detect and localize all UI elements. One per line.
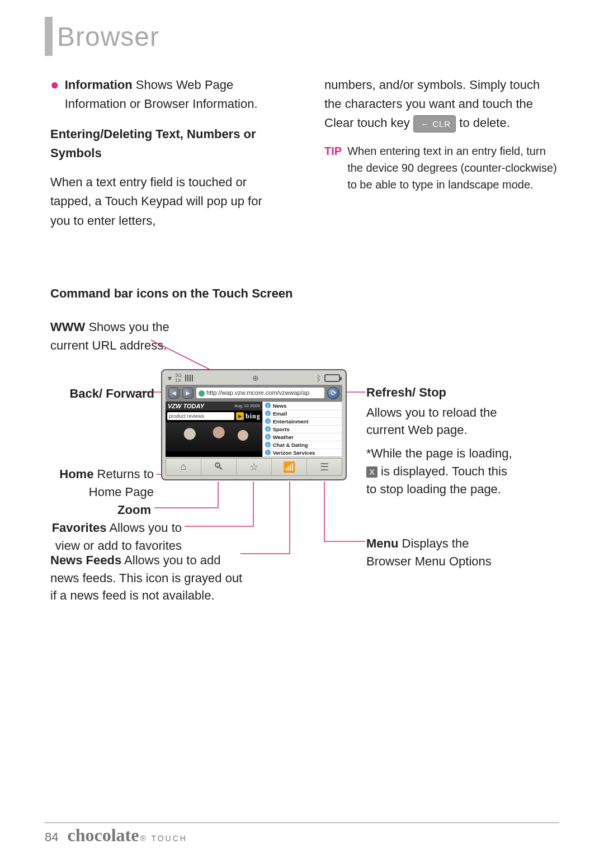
- portal-link[interactable]: 2Email: [263, 410, 342, 418]
- battery-icon: [324, 374, 340, 382]
- backfwd-callout: Back/ Forward: [59, 385, 154, 403]
- portal-link[interactable]: 5Weather: [263, 433, 342, 441]
- globe-icon: [199, 390, 205, 397]
- portal-photo: [166, 422, 262, 451]
- col1-body: When a text entry field is touched or ta…: [50, 173, 285, 230]
- favorites-icon[interactable]: ☆: [237, 459, 272, 475]
- home-icon[interactable]: ⌂: [166, 459, 201, 475]
- portal-link[interactable]: 6Chat & Dating: [263, 441, 342, 449]
- right-column: numbers, and/or symbols. Simply touch th…: [324, 76, 559, 230]
- info-label: Information: [65, 78, 133, 92]
- search-input[interactable]: product reviews: [167, 412, 234, 420]
- www-callout: WWW Shows you the current URL address.: [50, 318, 207, 355]
- newsfeeds-callout: News Feeds Allows you to add news feeds.…: [50, 551, 252, 605]
- portal-date: Aug 10 2009: [234, 403, 259, 408]
- portal-link[interactable]: 1News: [263, 402, 342, 410]
- zoom-icon[interactable]: 🔍︎: [201, 459, 237, 475]
- menu-callout: Menu Displays the Browser Menu Options: [366, 535, 517, 570]
- portal-link[interactable]: 7Verizon Services: [263, 449, 342, 456]
- brand-logo: chocolate: [67, 825, 139, 845]
- info-bullet: ● Information Shows Web Page Information…: [50, 76, 285, 114]
- back-button[interactable]: ◄: [168, 388, 180, 399]
- command-toolbar: ⌂ 🔍︎ ☆ 📶 ☰: [166, 458, 342, 476]
- bing-logo: bing: [246, 412, 261, 421]
- page-title-wrap: Browser: [45, 17, 559, 56]
- search-go-button[interactable]: ▶: [236, 412, 244, 420]
- diagram-area: WWW Shows you the current URL address. ▾…: [45, 318, 559, 608]
- page-number: 84: [45, 830, 58, 845]
- section-head-commandbar: Command bar icons on the Touch Screen: [45, 286, 559, 301]
- left-column: ● Information Shows Web Page Information…: [45, 76, 285, 230]
- address-bar: ◄ ► http://wap.vzw.mcore.com/vzwwap/ap ⟳: [166, 385, 342, 402]
- col2-body-2: to delete.: [459, 116, 510, 130]
- title-accent-bar: [45, 17, 53, 56]
- portal-links: 1News 2Email 3Entertainment 4Sports 5Wea…: [262, 402, 342, 457]
- subhead-entering: Entering/Deleting Text, Numbers or Symbo…: [50, 125, 285, 163]
- portal-left: VZW TODAY Aug 10 2009 product reviews ▶ …: [166, 402, 262, 457]
- home-callout: Home Returns to Home Page: [45, 465, 154, 501]
- footer: 84 chocolate® TOUCH: [45, 825, 187, 846]
- portal-link[interactable]: 4Sports: [263, 426, 342, 433]
- refresh-callout: Refresh/ Stop Allows you to reload the c…: [366, 384, 517, 498]
- brand-sub: ® TOUCH: [140, 834, 187, 843]
- phone-mock: ▾ 3G1X ⊕ ᛒ ◄ ► http://wap.vzw.mcore.com/…: [161, 369, 347, 480]
- rss-icon[interactable]: 📶: [272, 459, 307, 475]
- refresh-button[interactable]: ⟳: [327, 387, 339, 399]
- signal-bars-icon: [185, 375, 194, 381]
- zoom-callout: Zoom: [106, 501, 151, 519]
- clr-key-chip: ← CLR: [413, 115, 456, 133]
- col2-body: numbers, and/or symbols. Simply touch th…: [324, 76, 559, 133]
- page-title: Browser: [57, 21, 159, 52]
- vzw-brand: VZW TODAY: [168, 403, 204, 409]
- location-icon: ⊕: [252, 374, 259, 383]
- net-3g-icon: 3G1X: [175, 373, 182, 383]
- footer-rule: [45, 822, 559, 823]
- tip-text: When entering text in an entry field, tu…: [347, 143, 559, 193]
- status-bar: ▾ 3G1X ⊕ ᛒ: [166, 373, 342, 385]
- bluetooth-icon: ᛒ: [317, 374, 321, 383]
- tip-label: TIP: [324, 143, 342, 193]
- forward-button[interactable]: ►: [182, 388, 194, 399]
- url-field[interactable]: http://wap.vzw.mcore.com/vzwwap/ap: [196, 388, 324, 398]
- signal-icon: ▾: [168, 374, 172, 383]
- stop-x-icon: X: [366, 466, 378, 478]
- favorites-callout: Favorites Allows you to view or add to f…: [45, 519, 182, 555]
- menu-icon[interactable]: ☰: [307, 459, 342, 475]
- bullet-dot-icon: ●: [50, 77, 59, 114]
- portal-link[interactable]: 3Entertainment: [263, 418, 342, 426]
